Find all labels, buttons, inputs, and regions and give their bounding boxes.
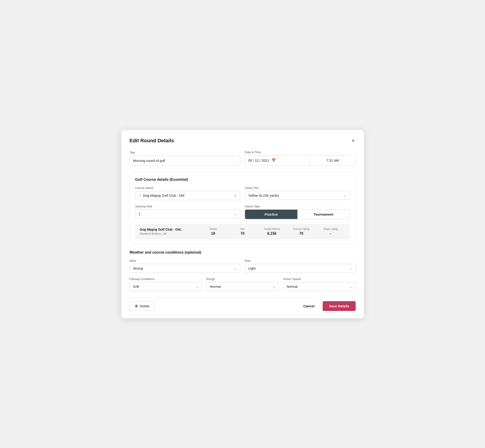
holes-stat: Holes 18 <box>199 227 228 236</box>
search-icon: ⚲ <box>139 193 141 198</box>
game-type-toggle: Practice Tournament <box>245 209 350 219</box>
date-value: 05 / 12 / 2021 <box>248 159 269 162</box>
wind-dropdown[interactable]: Strong ⌄ <box>129 264 241 273</box>
rain-label: Rain <box>245 259 356 263</box>
select-tee-value: Yellow (6,156 yards) <box>248 193 342 197</box>
slope-rating-value: - <box>316 232 345 236</box>
time-input[interactable]: 7:31 AM <box>310 155 356 166</box>
course-name-group: Course Name ⚲ ✕ <box>135 186 241 200</box>
practice-button[interactable]: Practice <box>245 210 297 219</box>
modal-title: Edit Round Details <box>129 138 174 144</box>
hole-gametype-row: Starting Hole 1 ⌄ Game Type Practice Tou… <box>135 205 350 219</box>
chevron-down-icon-2: ⌄ <box>234 212 237 216</box>
golf-course-title: Golf Course details (Essential) <box>135 177 350 182</box>
rough-dropdown[interactable]: Normal ⌄ <box>206 282 279 291</box>
holes-label: Holes <box>199 227 228 231</box>
starting-hole-value: 1 <box>139 212 233 216</box>
course-rating-label: Course rating <box>287 227 316 231</box>
tournament-button[interactable]: Tournament <box>297 210 350 219</box>
chevron-down-icon-6: ⌄ <box>273 285 275 288</box>
fairway-label: Fairway Conditions <box>129 277 202 281</box>
par-stat: Par 70 <box>228 227 257 236</box>
wind-rain-row: Wind Strong ⌄ Rain Light ⌄ <box>129 259 356 273</box>
course-info-name-col: Gog Magog Golf Club - Old, Shelford Bott… <box>140 228 199 235</box>
course-rating-value: 70 <box>287 232 316 236</box>
starting-hole-group: Starting Hole 1 ⌄ <box>135 205 241 219</box>
course-name-input[interactable] <box>143 193 232 197</box>
calendar-icon: 📅 <box>271 158 276 162</box>
course-info-name: Gog Magog Golf Club - Old, <box>140 228 199 231</box>
select-tee-group: Select Tee Yellow (6,156 yards) ⌄ <box>245 186 350 200</box>
rough-value: Normal <box>210 285 271 288</box>
starting-hole-label: Starting Hole <box>135 205 241 208</box>
trash-icon: 🗑 <box>135 304 138 308</box>
date-input[interactable]: 05 / 12 / 2021 📅 <box>245 155 310 166</box>
close-button[interactable]: × <box>351 137 356 144</box>
game-type-group: Game Type Practice Tournament <box>245 205 350 219</box>
course-rating-stat: Course rating 70 <box>287 227 316 236</box>
title-input[interactable] <box>129 156 241 166</box>
par-label: Par <box>228 227 257 231</box>
fairway-dropdown[interactable]: Soft ⌄ <box>129 282 202 291</box>
clear-course-icon[interactable]: ✕ <box>234 193 237 198</box>
green-speed-label: Green Speed <box>283 277 356 281</box>
course-info-location: Shelford Bottom, UK <box>140 232 199 235</box>
datetime-label: Date & Time <box>245 151 356 154</box>
title-label: Title <box>129 151 241 154</box>
title-field-group: Title <box>129 151 241 166</box>
conditions-row: Fairway Conditions Soft ⌄ Rough Normal ⌄… <box>129 277 356 291</box>
fairway-group: Fairway Conditions Soft ⌄ <box>129 277 202 291</box>
starting-hole-dropdown[interactable]: 1 ⌄ <box>135 209 241 218</box>
course-name-search[interactable]: ⚲ ✕ <box>135 191 241 200</box>
select-tee-dropdown[interactable]: Yellow (6,156 yards) ⌄ <box>245 191 350 200</box>
wind-group: Wind Strong ⌄ <box>129 259 241 273</box>
footer-right: Cancel Save Details <box>300 301 356 311</box>
yards-label: Yards(Yellow) <box>257 227 287 231</box>
weather-section: Weather and course conditions (optional)… <box>129 250 356 291</box>
delete-button[interactable]: 🗑 Delete <box>129 301 155 311</box>
green-speed-value: Normal <box>287 285 348 288</box>
weather-title: Weather and course conditions (optional) <box>129 250 356 255</box>
chevron-down-icon-5: ⌄ <box>196 285 198 288</box>
yards-stat: Yards(Yellow) 6,156 <box>257 227 287 236</box>
select-tee-label: Select Tee <box>245 186 350 190</box>
rough-group: Rough Normal ⌄ <box>206 277 279 291</box>
slope-rating-stat: Slope rating - <box>316 227 345 236</box>
datetime-field-group: Date & Time 05 / 12 / 2021 📅 7:31 AM <box>245 151 356 166</box>
time-value: 7:31 AM <box>326 159 339 162</box>
save-button[interactable]: Save Details <box>323 301 356 311</box>
green-speed-group: Green Speed Normal ⌄ <box>283 277 356 291</box>
course-info-bar: Gog Magog Golf Club - Old, Shelford Bott… <box>135 224 350 239</box>
par-value: 70 <box>228 232 257 236</box>
chevron-down-icon-3: ⌄ <box>234 266 237 270</box>
green-speed-dropdown[interactable]: Normal ⌄ <box>283 282 356 291</box>
chevron-down-icon-4: ⌄ <box>349 266 352 270</box>
chevron-down-icon-7: ⌄ <box>349 285 352 288</box>
yards-value: 6,156 <box>257 232 287 236</box>
rain-value: Light <box>248 266 348 270</box>
rain-group: Rain Light ⌄ <box>245 259 356 273</box>
course-name-label: Course Name <box>135 186 241 190</box>
edit-round-modal: Edit Round Details × Title Date & Time 0… <box>121 130 364 318</box>
cancel-button[interactable]: Cancel <box>300 302 318 311</box>
delete-label: Delete <box>140 304 150 308</box>
golf-course-section: Golf Course details (Essential) Course N… <box>129 172 356 244</box>
rough-label: Rough <box>206 277 279 281</box>
wind-label: Wind <box>129 259 241 263</box>
datetime-inputs: 05 / 12 / 2021 📅 7:31 AM <box>245 155 356 166</box>
chevron-down-icon: ⌄ <box>344 193 347 197</box>
slope-rating-label: Slope rating <box>316 227 345 231</box>
modal-footer: 🗑 Delete Cancel Save Details <box>129 297 356 311</box>
modal-header: Edit Round Details × <box>129 137 356 144</box>
wind-value: Strong <box>133 266 233 270</box>
game-type-label: Game Type <box>245 205 350 208</box>
holes-value: 18 <box>199 232 228 236</box>
top-fields: Title Date & Time 05 / 12 / 2021 📅 7:31 … <box>129 151 356 166</box>
fairway-value: Soft <box>133 285 194 288</box>
rain-dropdown[interactable]: Light ⌄ <box>245 264 356 273</box>
course-tee-row: Course Name ⚲ ✕ Select Tee Yellow (6,156… <box>135 186 350 200</box>
